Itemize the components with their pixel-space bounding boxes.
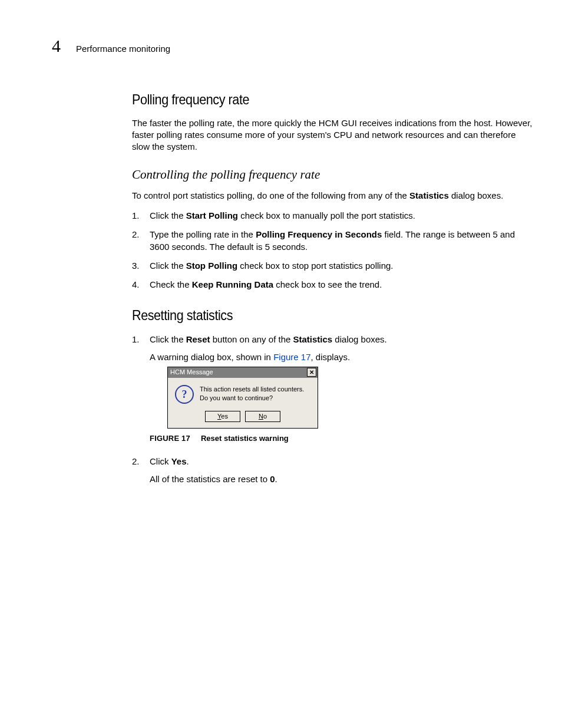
text: Click the — [150, 334, 186, 344]
list-item: 1. Click the Start Polling check box to … — [132, 210, 533, 222]
page: 4 Performance monitoring Polling frequen… — [0, 0, 562, 728]
text-bold: Keep Running Data — [192, 279, 273, 289]
text-bold: Yes — [171, 456, 187, 466]
list-item: 3. Click the Stop Polling check box to s… — [132, 260, 533, 272]
step-number: 1. — [132, 334, 140, 345]
yes-button[interactable]: Yes — [205, 411, 240, 422]
step-subtext: All of the statistics are reset to 0. — [150, 473, 533, 485]
step-number: 1. — [132, 210, 140, 222]
close-icon[interactable]: ✕ — [307, 368, 316, 377]
text: A warning dialog box, shown in — [150, 352, 273, 362]
text: dialog boxes. — [449, 190, 504, 200]
text: . — [275, 474, 277, 484]
text: This action resets all listed counters. — [200, 385, 304, 394]
text: Type the polling rate in the — [150, 229, 256, 239]
text: Do you want to continue? — [200, 394, 304, 403]
text: o — [263, 413, 267, 420]
no-button[interactable]: No — [245, 411, 280, 422]
text: check box to see the trend. — [273, 279, 382, 289]
text-bold: 0 — [270, 474, 275, 484]
figure-caption: FIGURE 17Reset statistics warning — [150, 433, 533, 444]
text: . — [187, 456, 189, 466]
mnemonic: N — [259, 413, 263, 420]
text-bold: Reset — [186, 334, 210, 344]
dialog-buttons: Yes No — [168, 407, 318, 428]
list-item: 1. Click the Reset button on any of the … — [132, 334, 533, 444]
text: Check the — [150, 279, 192, 289]
step-number: 3. — [132, 260, 140, 272]
figure-caption-text: Reset statistics warning — [201, 434, 289, 443]
heading-polling-frequency: Polling frequency rate — [132, 90, 492, 109]
text: , displays. — [311, 352, 351, 362]
text: button on any of the — [210, 334, 293, 344]
text: Click — [150, 456, 171, 466]
dialog-message: This action resets all listed counters. … — [200, 385, 304, 404]
list-item: 2. Type the polling rate in the Polling … — [132, 229, 533, 253]
text: dialog boxes. — [332, 334, 387, 344]
list-item: 2. Click Yes. All of the statistics are … — [132, 456, 533, 486]
text: To control port statistics polling, do o… — [132, 190, 409, 200]
text-bold: Statistics — [293, 334, 333, 344]
steps-controlling: 1. Click the Start Polling check box to … — [132, 210, 533, 291]
dialog-body: ? This action resets all listed counters… — [168, 378, 318, 407]
text: Click the — [150, 210, 186, 220]
dialog-titlebar: HCM Message ✕ — [168, 367, 318, 378]
step-number: 2. — [132, 456, 140, 467]
steps-resetting: 1. Click the Reset button on any of the … — [132, 334, 533, 485]
paragraph-polling-intro: The faster the polling rate, the more qu… — [132, 117, 533, 153]
section-title: Performance monitoring — [76, 43, 170, 55]
step-number: 4. — [132, 279, 140, 291]
running-header: 4 Performance monitoring — [52, 34, 520, 58]
text: Click the — [150, 261, 186, 271]
text: check box to manually poll the port stat… — [238, 210, 415, 220]
heading-controlling-polling: Controlling the polling frequency rate — [132, 166, 533, 183]
text: check box to stop port statistics pollin… — [237, 261, 393, 271]
step-subtext: A warning dialog box, shown in Figure 17… — [150, 351, 533, 363]
text-bold: Start Polling — [186, 210, 238, 220]
content-column: Polling frequency rate The faster the po… — [132, 90, 533, 486]
figure-link[interactable]: Figure 17 — [273, 352, 310, 362]
text-bold: Polling Frequency in Seconds — [256, 229, 382, 239]
list-item: 4. Check the Keep Running Data check box… — [132, 279, 533, 291]
dialog-title-text: HCM Message — [170, 368, 213, 377]
text: All of the statistics are reset to — [150, 474, 270, 484]
text: es — [221, 413, 228, 420]
chapter-number: 4 — [52, 34, 61, 58]
text-bold: Statistics — [409, 190, 449, 200]
text-bold: Stop Polling — [186, 261, 238, 271]
heading-resetting-statistics: Resetting statistics — [132, 306, 492, 325]
figure-label: FIGURE 17 — [150, 434, 190, 443]
step-number: 2. — [132, 229, 140, 241]
question-icon: ? — [175, 385, 194, 404]
hcm-message-dialog: HCM Message ✕ ? This action resets all l… — [167, 367, 318, 429]
paragraph-controlling-intro: To control port statistics polling, do o… — [132, 190, 533, 202]
